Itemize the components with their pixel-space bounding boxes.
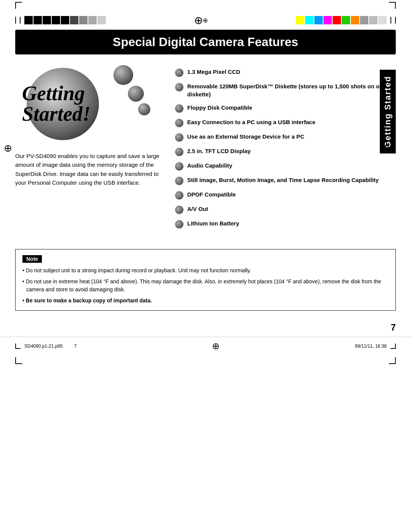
feature-text: 1.3 Mega Pixel CCD: [187, 68, 240, 76]
feature-bullet: [175, 104, 183, 113]
page-title: Special Digital Camera Features: [27, 35, 384, 49]
getting-text: Getting: [22, 83, 91, 104]
bottom-crosshair: ⊕: [212, 341, 220, 351]
corner-bl: [15, 343, 21, 349]
feature-text: Still image, Burst, Motion Image, and Ti…: [187, 176, 379, 184]
feature-text: A/V Out: [187, 205, 208, 213]
note-section: Note • Do not subject unit to a strong i…: [15, 249, 396, 311]
feature-bullet: [175, 206, 183, 214]
feature-bullet: [175, 220, 183, 228]
vertical-tab-text: Getting Started: [383, 76, 393, 148]
note-item-1: • Do not subject unit to a strong impact…: [22, 267, 389, 275]
feature-text: DPOF Compatible: [187, 190, 236, 198]
feature-bullet: [175, 191, 183, 200]
center-crosshair-top: ⊕: [194, 14, 207, 27]
page-number: 7: [0, 318, 411, 337]
black-squares-bar: [24, 16, 106, 24]
feature-bullet: [175, 148, 183, 156]
bottom-corner-br: [389, 357, 396, 364]
feature-text: Lithium Ion Battery: [187, 219, 239, 227]
page-title-banner: Special Digital Camera Features: [15, 30, 396, 54]
feature-item: Floppy Disk Compatible: [175, 104, 396, 113]
color-squares-bar: [296, 16, 387, 24]
bottom-right: 99/11/11, 16:38: [355, 343, 396, 349]
right-vert-line: [390, 17, 391, 24]
feature-bullet: [175, 133, 183, 142]
note-header: Note: [22, 255, 42, 263]
corner-mark-tl: [15, 2, 22, 9]
feature-text: Easy Connection to a PC using a USB inte…: [187, 118, 315, 126]
note-item-2: • Do not use in extreme heat (104 °F and…: [22, 278, 389, 294]
corner-mark-tr: [389, 2, 396, 9]
bottom-left: SD4090.p1-21.p65 7: [15, 343, 76, 349]
feature-item: 2.5 in. TFT LCD Display: [175, 147, 396, 156]
vertical-tab: Getting Started: [380, 70, 396, 153]
feature-text: Use as an External Storage Device for a …: [187, 133, 304, 141]
feature-item: Lithium Ion Battery: [175, 219, 396, 228]
feature-bullet: [175, 69, 183, 77]
feature-text: Floppy Disk Compatible: [187, 104, 252, 112]
feature-item: A/V Out: [175, 205, 396, 214]
corner-br: [390, 343, 396, 349]
right-vert-line2: [395, 17, 396, 24]
getting-started-graphic: Getting Started!: [15, 62, 167, 146]
left-crosshair: ⊕: [4, 142, 12, 154]
feature-bullet: [175, 162, 183, 171]
right-crosshair: ⊕: [382, 142, 390, 154]
started-text: Started!: [22, 104, 91, 124]
date: 99/11/11, 16:38: [355, 343, 387, 349]
feature-item: DPOF Compatible: [175, 190, 396, 200]
file-page: 7: [74, 343, 77, 349]
feature-list: 1.3 Mega Pixel CCD Removable 120MB Super…: [175, 62, 396, 228]
note-item-bold: • Be sure to make a backup copy of impor…: [22, 297, 389, 305]
left-vert-line2: [20, 17, 21, 24]
feature-item: Audio Capability: [175, 161, 396, 171]
feature-bullet: [175, 177, 183, 185]
feature-text: 2.5 in. TFT LCD Display: [187, 147, 251, 155]
feature-item: 1.3 Mega Pixel CCD: [175, 68, 396, 77]
feature-bullet: [175, 119, 183, 127]
bottom-corner-bl: [15, 357, 22, 364]
feature-item: Easy Connection to a PC using a USB inte…: [175, 118, 396, 127]
feature-bullet: [175, 83, 183, 91]
feature-item: Still image, Burst, Motion Image, and Ti…: [175, 176, 396, 185]
description-text: Our PV-SD4090 enables you to capture and…: [15, 146, 167, 187]
feature-text: Audio Capability: [187, 161, 232, 169]
filename: SD4090.p1-21.p65: [24, 343, 63, 349]
feature-item: Removable 120MB SuperDisk™ Diskette (sto…: [175, 82, 396, 98]
left-vert-line: [15, 17, 16, 24]
feature-text: Removable 120MB SuperDisk™ Diskette (sto…: [187, 82, 396, 98]
feature-item: Use as an External Storage Device for a …: [175, 133, 396, 142]
